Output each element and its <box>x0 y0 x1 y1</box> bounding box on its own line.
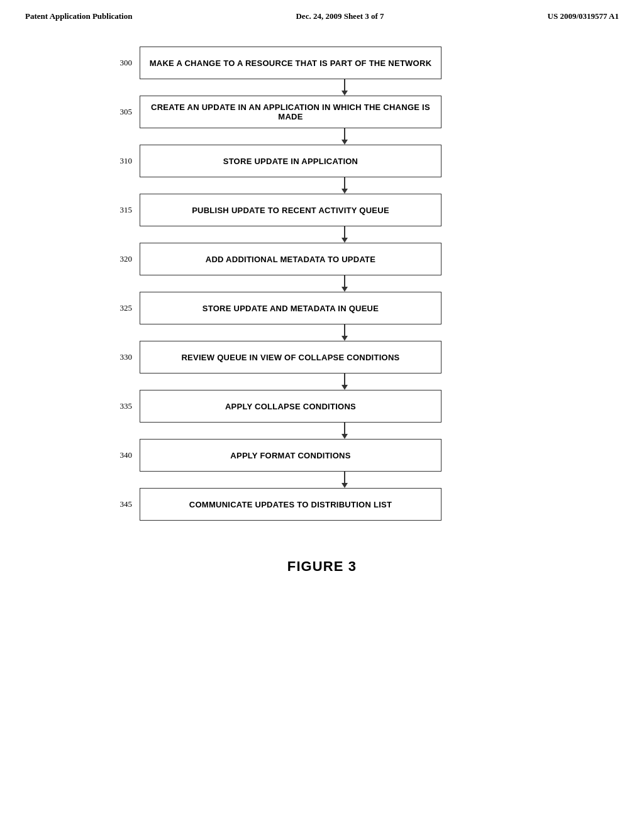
step-label-310: 310 <box>102 156 140 166</box>
arrow-head <box>341 140 348 145</box>
arrow-line <box>344 79 345 91</box>
step-row-335: 335APPLY COLLAPSE CONDITIONS <box>102 390 542 423</box>
step-box-320: ADD ADDITIONAL METADATA TO UPDATE <box>140 243 441 275</box>
arrow-inner-305 <box>194 128 496 145</box>
arrow-inner-315 <box>194 226 496 243</box>
step-row-330: 330REVIEW QUEUE IN VIEW OF COLLAPSE COND… <box>102 341 542 374</box>
arrow-340 <box>102 472 542 488</box>
arrow-line <box>344 423 345 434</box>
header-center: Dec. 24, 2009 Sheet 3 of 7 <box>296 11 384 21</box>
step-box-300: MAKE A CHANGE TO A RESOURCE THAT IS PART… <box>140 47 441 79</box>
arrow-head <box>341 385 348 390</box>
step-label-305: 305 <box>102 107 140 117</box>
arrow-head <box>341 434 348 439</box>
step-row-310: 310STORE UPDATE IN APPLICATION <box>102 145 542 177</box>
step-label-315: 315 <box>102 205 140 215</box>
arrow-325 <box>102 324 542 341</box>
arrow-line <box>344 275 345 287</box>
arrow-300 <box>102 79 542 96</box>
step-box-305: CREATE AN UPDATE IN AN APPLICATION IN WH… <box>140 96 441 128</box>
header-left: Patent Application Publication <box>25 11 132 21</box>
header-right: US 2009/0319577 A1 <box>548 11 619 21</box>
arrow-line <box>344 128 345 140</box>
step-row-345: 345COMMUNICATE UPDATES TO DISTRIBUTION L… <box>102 488 542 521</box>
step-label-320: 320 <box>102 254 140 264</box>
step-row-340: 340APPLY FORMAT CONDITIONS <box>102 439 542 472</box>
arrow-inner-335 <box>194 423 496 439</box>
step-label-300: 300 <box>102 58 140 68</box>
arrow-335 <box>102 423 542 439</box>
step-label-340: 340 <box>102 450 140 460</box>
arrow-line <box>344 226 345 238</box>
step-box-315: PUBLISH UPDATE TO RECENT ACTIVITY QUEUE <box>140 194 441 226</box>
step-row-325: 325STORE UPDATE AND METADATA IN QUEUE <box>102 292 542 324</box>
arrow-inner-320 <box>194 275 496 292</box>
arrow-330 <box>102 374 542 390</box>
arrow-line <box>344 177 345 189</box>
arrow-head <box>341 189 348 194</box>
step-box-310: STORE UPDATE IN APPLICATION <box>140 145 441 177</box>
page-header: Patent Application Publication Dec. 24, … <box>0 0 644 28</box>
step-label-345: 345 <box>102 499 140 509</box>
step-row-320: 320ADD ADDITIONAL METADATA TO UPDATE <box>102 243 542 275</box>
arrow-head <box>341 91 348 96</box>
figure-label: FIGURE 3 <box>0 558 644 575</box>
arrow-inner-340 <box>194 472 496 488</box>
step-row-315: 315PUBLISH UPDATE TO RECENT ACTIVITY QUE… <box>102 194 542 226</box>
step-label-335: 335 <box>102 401 140 411</box>
arrow-head <box>341 483 348 488</box>
arrow-line <box>344 472 345 483</box>
step-label-330: 330 <box>102 352 140 362</box>
diagram-area: 300MAKE A CHANGE TO A RESOURCE THAT IS P… <box>0 28 644 521</box>
arrow-305 <box>102 128 542 145</box>
arrow-320 <box>102 275 542 292</box>
arrow-line <box>344 324 345 336</box>
step-box-340: APPLY FORMAT CONDITIONS <box>140 439 441 472</box>
arrow-line <box>344 374 345 385</box>
step-box-330: REVIEW QUEUE IN VIEW OF COLLAPSE CONDITI… <box>140 341 441 374</box>
arrow-inner-310 <box>194 177 496 194</box>
step-row-305: 305CREATE AN UPDATE IN AN APPLICATION IN… <box>102 96 542 128</box>
arrow-head <box>341 238 348 243</box>
step-label-325: 325 <box>102 303 140 313</box>
step-box-325: STORE UPDATE AND METADATA IN QUEUE <box>140 292 441 324</box>
arrow-head <box>341 287 348 292</box>
arrow-inner-300 <box>194 79 496 96</box>
step-box-335: APPLY COLLAPSE CONDITIONS <box>140 390 441 423</box>
arrow-inner-330 <box>194 374 496 390</box>
arrow-head <box>341 336 348 341</box>
arrow-inner-325 <box>194 324 496 341</box>
arrow-310 <box>102 177 542 194</box>
step-row-300: 300MAKE A CHANGE TO A RESOURCE THAT IS P… <box>102 47 542 79</box>
step-box-345: COMMUNICATE UPDATES TO DISTRIBUTION LIST <box>140 488 441 521</box>
arrow-315 <box>102 226 542 243</box>
